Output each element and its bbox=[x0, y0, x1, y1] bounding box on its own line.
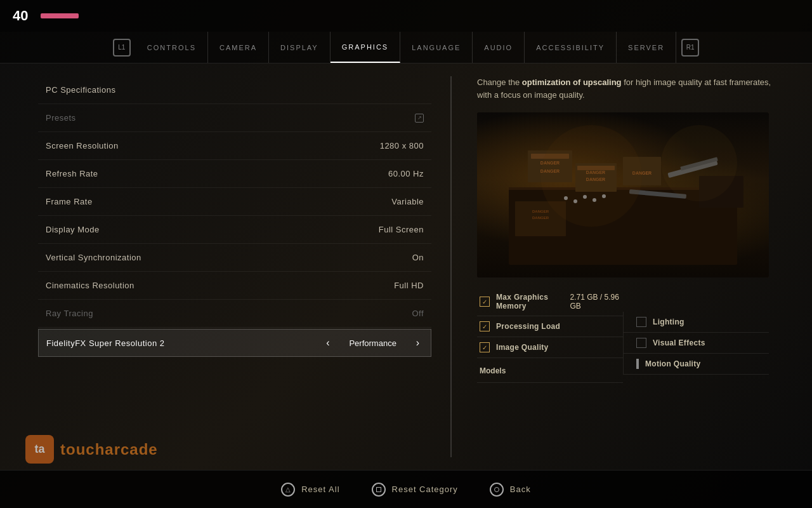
display-mode-item[interactable]: Display Mode Full Screen bbox=[38, 216, 431, 244]
models-row: Models bbox=[477, 358, 623, 383]
visual-effects-row: Visual Effects bbox=[623, 333, 769, 354]
health-bar bbox=[41, 13, 79, 18]
scene-svg: DANGER DANGER DANGER DANGER DANGER bbox=[477, 112, 769, 277]
circle-icon bbox=[490, 483, 504, 497]
svg-point-24 bbox=[540, 125, 642, 227]
tab-accessibility[interactable]: ACCESSIBILITY bbox=[525, 32, 617, 63]
refresh-rate-item[interactable]: Refresh Rate 60.00 Hz bbox=[38, 160, 431, 188]
svg-point-25 bbox=[661, 125, 737, 201]
reset-category-action[interactable]: Reset Category bbox=[372, 483, 458, 497]
frame-rate-item[interactable]: Frame Rate Variable bbox=[38, 188, 431, 216]
visual-effects-check bbox=[636, 338, 646, 348]
tab-language[interactable]: LANGUAGE bbox=[400, 32, 473, 63]
screen-resolution-item[interactable]: Screen Resolution 812 x 508 bbox=[38, 132, 431, 160]
top-bar: 40 bbox=[0, 0, 812, 32]
svg-text:DANGER: DANGER bbox=[532, 210, 549, 213]
external-link-icon: ↗ bbox=[415, 114, 424, 123]
pc-specifications-item[interactable]: PC Specifications bbox=[38, 76, 431, 104]
preview-image: DANGER DANGER DANGER DANGER DANGER bbox=[477, 112, 769, 277]
fidelity-next-button[interactable]: › bbox=[412, 336, 423, 350]
scene-content: DANGER DANGER DANGER DANGER DANGER bbox=[477, 112, 769, 277]
fidelity-prev-button[interactable]: ‹ bbox=[322, 336, 333, 350]
bottom-bar: △ Reset All Reset Category Back bbox=[0, 470, 812, 508]
tab-camera[interactable]: CAMERA bbox=[208, 32, 269, 63]
max-graphics-memory-check bbox=[480, 297, 490, 307]
processing-load-check bbox=[480, 321, 490, 331]
stats-grid: Max Graphics Memory 2.71 GB / 5.96 GB Pr… bbox=[477, 288, 769, 383]
ray-tracing-item[interactable]: Ray Tracing Off bbox=[38, 300, 431, 328]
tab-server[interactable]: SERVER bbox=[617, 32, 676, 63]
lighting-row: Lighting bbox=[623, 312, 769, 333]
image-quality-row: Image Quality bbox=[477, 337, 623, 358]
right-panel: Change the optimization of upscaling for… bbox=[471, 76, 774, 457]
cinematics-resolution-item[interactable]: Cinematics Resolution Full HD bbox=[38, 272, 431, 300]
back-action[interactable]: Back bbox=[490, 483, 531, 497]
tab-audio[interactable]: AUDIO bbox=[473, 32, 525, 63]
fidelityfx-item[interactable]: FidelityFX Super Resolution 2 ‹ Performa… bbox=[38, 329, 431, 357]
tab-display[interactable]: DISPLAY bbox=[269, 32, 331, 63]
stats-left-col: Max Graphics Memory 2.71 GB / 5.96 GB Pr… bbox=[477, 288, 623, 383]
panel-divider bbox=[450, 76, 452, 457]
fidelity-control: ‹ Performance › bbox=[322, 336, 423, 350]
image-quality-check bbox=[480, 342, 490, 352]
stats-right-col: Lighting Visual Effects Motion Quality bbox=[623, 288, 769, 383]
l1-icon[interactable]: L1 bbox=[113, 39, 131, 57]
main-content: PC Specifications Presets ↗ Screen Resol… bbox=[0, 64, 812, 470]
motion-quality-row: Motion Quality bbox=[623, 354, 769, 375]
presets-item[interactable]: Presets ↗ bbox=[38, 104, 431, 132]
settings-list: PC Specifications Presets ↗ Screen Resol… bbox=[38, 76, 431, 457]
svg-text:DANGER: DANGER bbox=[532, 216, 549, 220]
vertical-sync-item[interactable]: Vertical Synchronization On bbox=[38, 244, 431, 272]
motion-quality-indicator bbox=[636, 359, 639, 369]
tab-controls[interactable]: CONTROLS bbox=[136, 32, 208, 63]
max-graphics-memory-row: Max Graphics Memory 2.71 GB / 5.96 GB bbox=[477, 288, 623, 316]
triangle-icon: △ bbox=[281, 483, 295, 497]
description-text: Change the optimization of upscaling for… bbox=[477, 76, 774, 101]
reset-all-action[interactable]: △ Reset All bbox=[281, 483, 339, 497]
nav-bar: L1 CONTROLS CAMERA DISPLAY GRAPHICS LANG… bbox=[0, 32, 812, 64]
processing-load-row: Processing Load bbox=[477, 316, 623, 337]
tab-graphics[interactable]: GRAPHICS bbox=[331, 32, 400, 63]
left-panel: PC Specifications Presets ↗ Screen Resol… bbox=[38, 76, 431, 457]
score-display: 40 bbox=[13, 8, 28, 24]
lighting-check bbox=[636, 317, 646, 327]
r1-icon[interactable]: R1 bbox=[681, 39, 699, 57]
square-icon bbox=[372, 483, 386, 497]
